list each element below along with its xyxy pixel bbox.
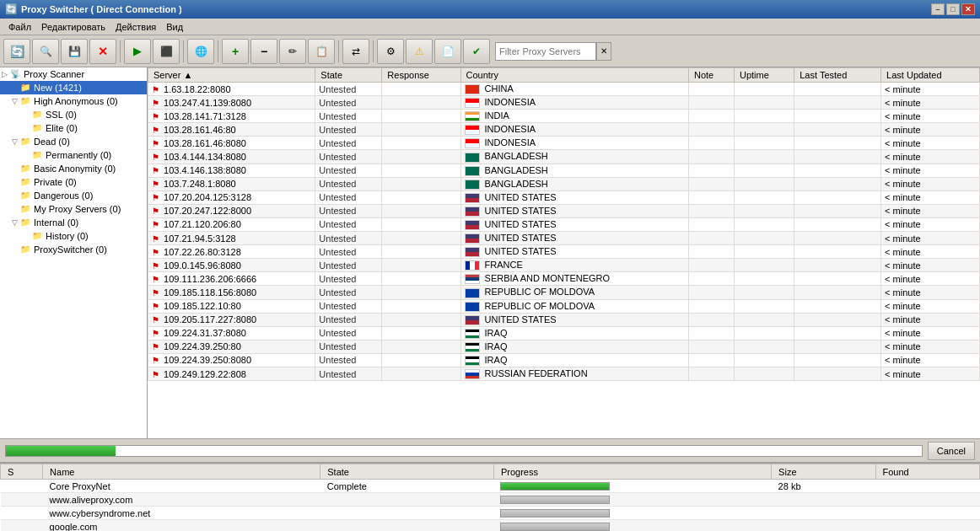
tree-item-elite[interactable]: 📁 Elite (0): [0, 121, 147, 135]
toolbar-refresh-button[interactable]: 🔄: [3, 39, 30, 64]
table-row[interactable]: ⚑ 109.185.122.10:80 Untested REPUBLIC OF…: [148, 299, 980, 313]
toolbar-import-button[interactable]: ⇄: [342, 39, 369, 64]
cell-state: Untested: [315, 245, 382, 259]
table-row[interactable]: ⚑ 103.4.144.134:8080 Untested BANGLADESH…: [148, 150, 980, 164]
col-name[interactable]: Name: [43, 464, 320, 480]
toolbar-play-button[interactable]: ▶: [124, 39, 151, 64]
table-row[interactable]: ⚑ 109.205.117.227:8080 Untested UNITED S…: [148, 313, 980, 326]
table-row[interactable]: ⚑ 103.247.41.139:8080 Untested INDONESIA…: [148, 96, 980, 110]
cell-state: Untested: [315, 313, 382, 326]
table-row[interactable]: ⚑ 107.21.120.206:80 Untested UNITED STAT…: [148, 217, 980, 231]
tree-label: High Anonymous (0): [34, 96, 118, 106]
cell-state: Untested: [315, 96, 382, 110]
table-row[interactable]: ⚑ 107.22.26.80:3128 Untested UNITED STAT…: [148, 245, 980, 259]
toolbar-stop-button[interactable]: ⬛: [153, 39, 180, 64]
tree-item-high-anon[interactable]: ▽ 📁 High Anonymous (0): [0, 94, 147, 108]
proxy-table-panel[interactable]: Server ▲ State Response Country Note Upt…: [148, 67, 980, 438]
col-server[interactable]: Server ▲: [148, 68, 315, 83]
progress-area: Cancel: [0, 438, 980, 462]
col-state[interactable]: State: [315, 68, 382, 83]
cell-state: Untested: [315, 190, 382, 204]
menu-actions[interactable]: Действия: [110, 20, 161, 34]
tree-item-permanently[interactable]: 📁 Permanently (0): [0, 148, 147, 162]
toolbar-warning-button[interactable]: ⚠: [406, 39, 433, 64]
tree-item-proxyswitcher[interactable]: 📁 ProxySwitcher (0): [0, 243, 147, 256]
toolbar-delete-button[interactable]: ✕: [89, 39, 116, 64]
col-size[interactable]: Size: [772, 464, 875, 480]
toolbar-check-button[interactable]: ✔: [463, 39, 490, 64]
toolbar-save-button[interactable]: 💾: [61, 39, 88, 64]
table-row[interactable]: ⚑ 103.7.248.1:8080 Untested BANGLADESH <…: [148, 177, 980, 190]
tree-item-dangerous[interactable]: 📁 Dangerous (0): [0, 189, 147, 202]
tree-item-private[interactable]: 📁 Private (0): [0, 175, 147, 189]
table-row[interactable]: ⚑ 107.20.247.122:8000 Untested UNITED ST…: [148, 204, 980, 217]
row-size: 28 kb: [772, 480, 875, 493]
col-uptime[interactable]: Uptime: [734, 68, 794, 83]
toolbar-settings-button[interactable]: ⚙: [377, 39, 404, 64]
filter-input[interactable]: [495, 42, 596, 61]
flag-icon: [465, 125, 480, 135]
col-note[interactable]: Note: [688, 68, 734, 83]
tree-item-ssl[interactable]: 📁 SSL (0): [0, 108, 147, 121]
table-row[interactable]: ⚑ 107.20.204.125:3128 Untested UNITED ST…: [148, 190, 980, 204]
tree-label: ProxySwitcher (0): [34, 244, 107, 255]
menu-bar: Файл Редактировать Действия Вид: [0, 19, 980, 35]
folder-icon: 📡: [10, 69, 22, 79]
col-last-updated[interactable]: Last Updated: [881, 68, 980, 83]
menu-view[interactable]: Вид: [161, 20, 188, 34]
toolbar-edit-button[interactable]: ✏: [279, 39, 306, 64]
table-row[interactable]: ⚑ 109.224.39.250:80 Untested IRAQ < minu…: [148, 340, 980, 353]
toolbar-copy-button[interactable]: 📋: [308, 39, 335, 64]
col-state[interactable]: State: [320, 464, 494, 480]
row-status-icon: ⚑: [152, 261, 159, 271]
table-row[interactable]: ⚑ 103.4.146.138:8080 Untested BANGLADESH…: [148, 164, 980, 177]
table-row[interactable]: ⚑ 109.224.39.250:8080 Untested IRAQ < mi…: [148, 353, 980, 367]
menu-edit[interactable]: Редактировать: [36, 20, 110, 34]
toolbar-search-button[interactable]: 🔍: [32, 39, 59, 64]
table-row[interactable]: ⚑ 109.111.236.206:6666 Untested SERBIA A…: [148, 272, 980, 286]
table-row[interactable]: ⚑ 109.185.118.156:8080 Untested REPUBLIC…: [148, 286, 980, 299]
col-response[interactable]: Response: [382, 68, 460, 83]
col-last-tested[interactable]: Last Tested: [794, 68, 881, 83]
toolbar-add-button[interactable]: +: [222, 39, 249, 64]
cell-uptime: [734, 110, 794, 123]
col-found[interactable]: Found: [875, 464, 979, 480]
tree-item-dead[interactable]: ▽ 📁 Dead (0): [0, 135, 147, 148]
toolbar-web-button[interactable]: 🌐: [187, 39, 214, 64]
cancel-button[interactable]: Cancel: [928, 442, 975, 460]
table-row[interactable]: ⚑ 107.21.94.5:3128 Untested UNITED STATE…: [148, 232, 980, 245]
cell-last-updated: < minute: [881, 326, 980, 340]
table-row[interactable]: ⚑ 109.224.31.37:8080 Untested IRAQ < min…: [148, 326, 980, 340]
cell-note: [688, 286, 734, 299]
tree-item-new[interactable]: 📁 New (1421): [0, 81, 147, 94]
col-country[interactable]: Country: [460, 68, 688, 83]
tree-item-history[interactable]: 📁 History (0): [0, 229, 147, 243]
close-button[interactable]: ✕: [961, 3, 975, 15]
minimize-button[interactable]: –: [931, 3, 945, 15]
tree-item-proxy-scanner[interactable]: ▷ 📡 Proxy Scanner: [0, 67, 147, 81]
cell-last-tested: [794, 245, 881, 259]
menu-file[interactable]: Файл: [3, 20, 36, 34]
filter-clear-button[interactable]: ✕: [596, 42, 611, 61]
maximize-button[interactable]: □: [946, 3, 960, 15]
table-row[interactable]: ⚑ 109.0.145.96:8080 Untested FRANCE < mi…: [148, 259, 980, 272]
cell-response: [382, 245, 460, 259]
cell-response: [382, 313, 460, 326]
col-progress[interactable]: Progress: [493, 464, 771, 480]
table-row[interactable]: ⚑ 103.28.161.46:80 Untested INDONESIA < …: [148, 123, 980, 137]
table-row[interactable]: ⚑ 1.63.18.22:8080 Untested CHINA < minut…: [148, 83, 980, 96]
table-row[interactable]: ⚑ 103.28.141.71:3128 Untested INDIA < mi…: [148, 110, 980, 123]
cell-country: FRANCE: [460, 259, 688, 272]
toolbar-doc-button[interactable]: 📄: [434, 39, 461, 64]
tree-item-internal[interactable]: ▽ 📁 Internal (0): [0, 216, 147, 229]
toolbar-remove-button[interactable]: −: [250, 39, 277, 64]
col-s[interactable]: S: [1, 464, 43, 480]
tree-item-my-proxy[interactable]: 📁 My Proxy Servers (0): [0, 202, 147, 216]
toolbar-separator-2: [183, 40, 184, 62]
cell-country: BANGLADESH: [460, 164, 688, 177]
cell-country: INDONESIA: [460, 96, 688, 110]
tree-item-basic-anon[interactable]: 📁 Basic Anonymity (0): [0, 162, 147, 175]
table-row[interactable]: ⚑ 103.28.161.46:8080 Untested INDONESIA …: [148, 137, 980, 150]
row-status-icon: ⚑: [152, 315, 159, 324]
table-row[interactable]: ⚑ 109.249.129.22:808 Untested RUSSIAN FE…: [148, 367, 980, 380]
